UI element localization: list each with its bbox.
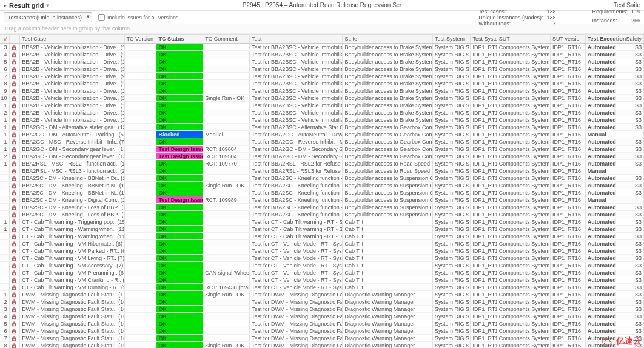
table-row[interactable]: 8BBA2B - Vehicle Immobilization - Drive.… [0, 80, 644, 87]
table-row[interactable]: 6BBA2B - Vehicle Immobilization - Drive.… [0, 65, 644, 73]
table-row[interactable]: 2BBA2B - Vehicle Immobilization - Drive.… [0, 109, 644, 116]
table-row[interactable]: 1BBA2B - Vehicle Immobilization - Drive.… [0, 116, 644, 124]
table-row[interactable]: 3DWM - Missing Diagnostic Fault Statu.. … [0, 306, 644, 313]
safety: S3 [626, 240, 644, 247]
suite: Bodybuilder access to Brake Systems Con [343, 58, 433, 65]
column-header[interactable]: Test Case [20, 35, 124, 43]
safety: S3 [626, 87, 644, 94]
test: Test for DWM - Missing Diagnostic Fault … [250, 342, 343, 348]
table-row[interactable]: 2DWM - Missing Diagnostic Fault Statu.. … [0, 298, 644, 306]
table-row[interactable]: CT - Cab Tilt warning - VM Accessory.. (… [0, 262, 644, 269]
test-system-version: IDP1_RT16 [471, 44, 497, 50]
sut: Components System [497, 247, 551, 254]
chevron-down-icon[interactable]: ▾ [46, 2, 49, 8]
column-header[interactable]: TC Status [156, 35, 203, 43]
testcase-icon [10, 313, 21, 320]
table-row[interactable]: 6DWM - Missing Diagnostic Fault Statu.. … [0, 327, 644, 335]
table-row[interactable]: 1BBA2GC - DM - AutoNeutral - Parking.. (… [0, 131, 644, 138]
column-header[interactable]: Test [250, 35, 343, 43]
safety: S3 [626, 291, 644, 298]
sut: Components System [497, 175, 551, 181]
table-row[interactable]: 7DWM - Missing Diagnostic Fault Statu.. … [0, 335, 644, 342]
test-system-version: IDP1_RT16 [471, 116, 497, 123]
table-row[interactable]: 4DWM - Missing Diagnostic Fault Statu.. … [0, 313, 644, 320]
svg-rect-17 [13, 105, 15, 107]
column-header[interactable] [10, 35, 21, 43]
table-row[interactable]: 1BBA2RSL - MSC - RSL2 - function acti.. … [0, 160, 644, 167]
test-system: System RIG S [433, 320, 471, 327]
test: Test for BBA2GC - DM - Secondary Gear Le… [250, 153, 343, 159]
table-row[interactable]: 1DWM - Missing Diagnostic Fault Statu.. … [0, 291, 644, 298]
tc-comment [203, 226, 250, 232]
table-row[interactable]: BBA2SC - DM - Kneeling - BBNet in N.. (1… [0, 189, 644, 196]
table-row[interactable]: CT - Cab Tilt warning - VM Living - RT..… [0, 255, 644, 262]
testcase-icon [10, 153, 21, 159]
execution-type: Automated [586, 160, 626, 167]
table-row[interactable]: BBA2SC - DM - Kneeling - BBNet in N.. (1… [0, 182, 644, 189]
tc-version [125, 226, 157, 232]
suite: Diagnostic Warning Manager [343, 335, 433, 341]
test: Test for CT - Cab Tilt warning - RT - Sy… [250, 218, 343, 225]
testcase: BBA2SC - DM - Kneeling - BBNet in N.. (1… [20, 189, 124, 196]
sut-version: IDP1_RT16 [551, 73, 586, 79]
table-row[interactable]: 1CT - Cab Tilt warning - Warning when.. … [0, 226, 644, 233]
table-row[interactable]: 5DWM - Missing Diagnostic Fault Statu.. … [0, 320, 644, 327]
table-row[interactable]: 7BBA2B - Vehicle Immobilization - Drive.… [0, 73, 644, 80]
row-number: 5 [0, 320, 10, 327]
column-header[interactable]: SUT version [551, 35, 586, 43]
filter-dropdown[interactable]: Test Cases (Unique instances) [4, 12, 92, 22]
tc-status: OK [156, 73, 203, 79]
column-header[interactable]: # [0, 35, 10, 43]
svg-rect-45 [13, 207, 15, 209]
column-header[interactable]: Test System [433, 35, 471, 43]
suite: Bodybuilder access to Suspension Contro [343, 196, 433, 203]
column-header[interactable]: Test System [471, 35, 497, 43]
column-header[interactable]: SUT [497, 35, 551, 43]
table-row[interactable]: 10BBA2B - Vehicle Immobilization - Drive… [0, 95, 644, 102]
sut: Components System [497, 262, 551, 269]
test-system-version: IDP1_RT16 [471, 167, 497, 174]
svg-rect-61 [13, 266, 15, 267]
table-row[interactable]: 8DWM - Missing Diagnostic Fault Statu.. … [0, 342, 644, 348]
table-row[interactable]: BBA2SC - DM - Kneeling - Loss of BBP.. (… [0, 211, 644, 218]
table-row[interactable]: 1CT - Cab Tilt warning - Triggering pop.… [0, 218, 644, 226]
testcase-icon [10, 87, 21, 94]
table-row[interactable]: 5BBA2B - Vehicle Immobilization - Drive.… [0, 58, 644, 65]
tc-comment [203, 102, 250, 109]
table-row[interactable]: 3BBA2B - Vehicle Immobilization - Drive.… [0, 44, 644, 51]
column-header[interactable]: Safety [626, 35, 644, 43]
column-header[interactable]: TC Version [125, 35, 157, 43]
table-row[interactable]: CT - Cab Tilt warning - VM Cranking - R.… [0, 276, 644, 284]
column-header[interactable]: TC Comment [203, 35, 250, 43]
tc-version [125, 269, 157, 276]
expand-icon[interactable]: ▸ [4, 2, 7, 8]
column-header[interactable]: Suite [343, 35, 433, 43]
test: Test for CT - Cab Tilt warning - RT - Sy… [250, 233, 343, 239]
execution-type: Automated [586, 233, 626, 239]
testcase: CT - Cab Tilt warning - Warning when.. (… [20, 226, 124, 232]
table-row[interactable]: CT - Cab Tilt warning - Warning when.. (… [0, 233, 644, 240]
table-row[interactable]: 1BBA2GC - DM - Secondary gear lever.. (1… [0, 146, 644, 153]
table-row[interactable]: CT - Cab Tilt warning - VM Prerunning.. … [0, 269, 644, 276]
sut-version: IDP1_RT16 [551, 233, 586, 239]
table-row[interactable]: 1BBA2GC - DM - Alternative stater gea.. … [0, 124, 644, 131]
testcase: CT - Cab Tilt warning - Warning when.. (… [20, 233, 124, 239]
table-row[interactable]: 1BBA2B - Vehicle Immobilization - Drive.… [0, 102, 644, 109]
table-row[interactable]: BBA2SC - DM - Kneeling - Loss of BBP.. (… [0, 204, 644, 211]
execution-type: Automated [586, 87, 626, 94]
table-row[interactable]: BBA2RSL - MSC - RSL3 - function acti.. (… [0, 167, 644, 175]
table-row[interactable]: 2BBA2GC - DM - Secondary gear lever.. (1… [0, 153, 644, 160]
testcase: BBA2B - Vehicle Immobilization - Drive..… [20, 80, 124, 87]
table-row[interactable]: 9BBA2B - Vehicle Immobilization - Drive.… [0, 87, 644, 95]
column-header[interactable]: Test Execution Type [586, 35, 626, 43]
include-all-versions-checkbox[interactable]: Include issues for all versions [98, 14, 179, 21]
table-row[interactable]: CT - Cab Tilt warning - VM Parked - RT..… [0, 247, 644, 255]
table-row[interactable]: CT - Cab Tilt warning - VM Hibernate.. (… [0, 240, 644, 247]
table-row[interactable]: BBA2SC - DM - Kneeling - Digital Com.. (… [0, 196, 644, 204]
test-system: System RIG S [433, 284, 471, 290]
table-row[interactable]: BBA2SC - DM - Kneeling - BBNet in Dr.. (… [0, 175, 644, 182]
table-row[interactable]: 4BBA2B - Vehicle Immobilization - Drive.… [0, 51, 644, 58]
test-system: System RIG S [433, 87, 471, 94]
table-row[interactable]: 1BBA2GC - MSC - Reverse Inhibit - Inh.. … [0, 138, 644, 146]
table-row[interactable]: CT - Cab Tilt warning - VM Running - R..… [0, 284, 644, 291]
